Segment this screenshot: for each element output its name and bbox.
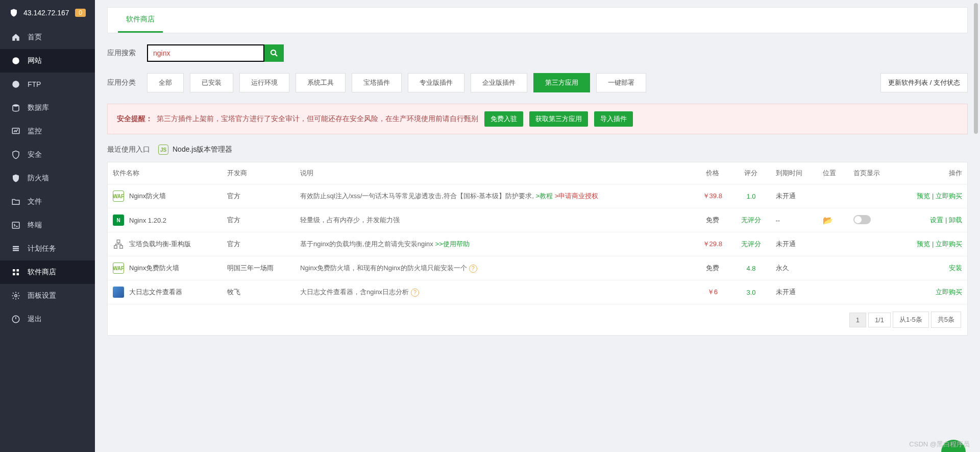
tab-software-store[interactable]: 软件商店	[118, 8, 163, 33]
home-display	[848, 208, 896, 232]
desc-link[interactable]: >>使用帮助	[435, 240, 469, 248]
sidebar-item-db[interactable]: 数据库	[0, 96, 95, 120]
sidebar-header: 43.142.72.167 0	[0, 0, 95, 26]
price: ￥29.8	[693, 232, 731, 256]
sidebar-item-ftp[interactable]: FTP	[0, 73, 95, 96]
category-button[interactable]: 系统工具	[296, 73, 346, 92]
desc-link[interactable]: >申请商业授权	[555, 192, 599, 200]
scrollbar-track[interactable]	[972, 0, 980, 452]
category-button[interactable]: 全部	[147, 73, 184, 92]
description: 轻量级，占有内存少，并发能力强	[295, 208, 693, 232]
action-links[interactable]: 预览 | 立即购买	[896, 184, 967, 208]
page-current[interactable]: 1	[849, 313, 866, 327]
column-header: 到期时间	[771, 162, 818, 184]
recent-item[interactable]: JS Node.js版本管理器	[158, 145, 232, 155]
sidebar-item-firewall[interactable]: 防火墙	[0, 166, 95, 190]
import-plugin-button[interactable]: 导入插件	[594, 111, 633, 127]
recent-row: 最近使用入口 JS Node.js版本管理器	[107, 145, 968, 155]
category-button[interactable]: 专业版插件	[408, 73, 464, 92]
developer: 官方	[222, 184, 295, 208]
logout-icon	[11, 315, 20, 324]
column-header: 位置	[818, 162, 848, 184]
description: Nginx免费防火墙，和现有的Nginx的防火墙只能安装一个?	[295, 256, 693, 280]
software-name[interactable]: NNginx 1.20.2	[113, 215, 217, 226]
category-button[interactable]: 企业版插件	[471, 73, 527, 92]
notification-badge[interactable]: 0	[75, 9, 86, 17]
sidebar-item-logout[interactable]: 退出	[0, 307, 95, 331]
scrollbar-thumb[interactable]	[973, 2, 979, 135]
sidebar-item-monitor[interactable]: 监控	[0, 120, 95, 143]
developer: 牧飞	[222, 280, 295, 304]
update-list-button[interactable]: 更新软件列表 / 支付状态	[880, 73, 968, 92]
svg-rect-18	[120, 246, 123, 249]
sidebar-item-home[interactable]: 首页	[0, 26, 95, 49]
action-links[interactable]: 预览 | 立即购买	[896, 232, 967, 256]
software-name[interactable]: 宝塔负载均衡-重构版	[113, 239, 217, 250]
price: ￥39.8	[693, 184, 731, 208]
developer: 官方	[222, 232, 295, 256]
sidebar-item-site[interactable]: 网站	[0, 49, 95, 73]
search-input[interactable]	[147, 44, 264, 62]
help-icon[interactable]: ?	[411, 289, 419, 297]
category-button[interactable]: 已安装	[190, 73, 233, 92]
site-icon	[11, 56, 20, 65]
ftp-icon	[11, 80, 20, 89]
sidebar-item-security[interactable]: 安全	[0, 143, 95, 166]
rating: 1.0	[731, 184, 770, 208]
svg-rect-6	[13, 248, 19, 249]
software-name[interactable]: WAFNginx防火墙	[113, 191, 217, 202]
description: 基于nginx的负载均衡,使用之前请先安装nginx >>使用帮助	[295, 232, 693, 256]
rating: 无评分	[731, 232, 770, 256]
svg-point-2	[13, 104, 19, 107]
svg-rect-4	[12, 222, 19, 228]
search-button[interactable]	[264, 44, 284, 62]
action-links[interactable]: 安装	[896, 256, 967, 280]
category-button[interactable]: 一键部署	[596, 73, 646, 92]
sidebar-item-terminal[interactable]: 终端	[0, 213, 95, 237]
cron-icon	[11, 244, 20, 253]
action-links[interactable]: 立即购买	[896, 280, 967, 304]
free-entry-button[interactable]: 免费入驻	[484, 111, 523, 127]
price: 免费	[693, 208, 731, 232]
desc-link[interactable]: >教程	[536, 192, 553, 200]
software-name[interactable]: 大日志文件查看器	[113, 287, 217, 298]
shield-icon	[9, 8, 18, 18]
position	[818, 280, 848, 304]
watermark: CSDN @黑白程序员	[909, 440, 970, 449]
software-table: 软件名称开发商说明价格评分到期时间位置首页显示操作 WAFNginx防火墙 官方…	[107, 162, 968, 336]
position	[818, 232, 848, 256]
help-icon[interactable]: ?	[469, 265, 477, 273]
action-links[interactable]: 设置 | 卸载	[896, 208, 967, 232]
category-button[interactable]: 运行环境	[239, 73, 289, 92]
search-label: 应用搜索	[107, 49, 138, 58]
search-row: 应用搜索	[107, 44, 968, 62]
home-icon	[11, 33, 20, 42]
column-header: 价格	[693, 162, 731, 184]
folder-icon[interactable]: 📂	[823, 216, 833, 225]
column-header: 首页显示	[848, 162, 896, 184]
sidebar-item-store[interactable]: 软件商店	[0, 260, 95, 284]
pagination: 1 1/1 从1-5条 共5条	[108, 304, 967, 335]
toggle-switch[interactable]	[853, 215, 871, 224]
svg-point-12	[15, 295, 17, 297]
sidebar-item-settings[interactable]: 面板设置	[0, 284, 95, 307]
position	[818, 184, 848, 208]
server-ip: 43.142.72.167	[23, 9, 69, 17]
sidebar-item-file[interactable]: 文件	[0, 190, 95, 213]
table-row: 宝塔负载均衡-重构版 官方 基于nginx的负载均衡,使用之前请先安装nginx…	[108, 232, 967, 256]
settings-icon	[11, 291, 20, 300]
column-header: 软件名称	[108, 162, 222, 184]
table-row: WAFNginx防火墙 官方 有效防止sql注入/xss/一句话木马等常见渗透攻…	[108, 184, 967, 208]
category-row: 应用分类 全部已安装运行环境系统工具宝塔插件专业版插件企业版插件第三方应用一键部…	[107, 73, 968, 92]
sidebar-item-cron[interactable]: 计划任务	[0, 237, 95, 260]
table-row: WAFNginx免费防火墙 明国三年一场雨 Nginx免费防火墙，和现有的Ngi…	[108, 256, 967, 280]
column-header: 开发商	[222, 162, 295, 184]
get-thirdparty-button[interactable]: 获取第三方应用	[529, 111, 588, 127]
store-icon	[11, 268, 20, 277]
category-button[interactable]: 第三方应用	[533, 73, 590, 92]
rating: 无评分	[731, 208, 770, 232]
category-button[interactable]: 宝塔插件	[352, 73, 402, 92]
position	[818, 256, 848, 280]
software-name[interactable]: WAFNginx免费防火墙	[113, 263, 217, 274]
security-icon	[11, 150, 20, 159]
